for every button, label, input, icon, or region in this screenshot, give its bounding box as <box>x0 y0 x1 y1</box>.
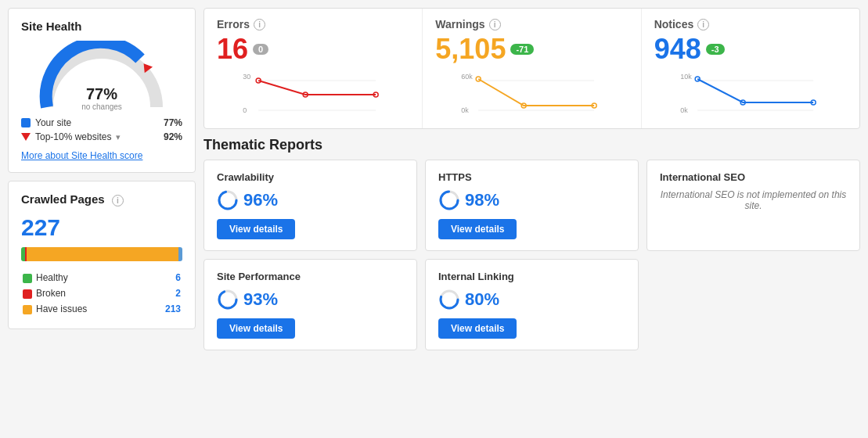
your-site-legend: Your site 77% <box>21 117 182 128</box>
svg-text:77%: 77% <box>86 85 117 102</box>
errors-value-row: 16 0 <box>217 34 409 65</box>
issues-count: 213 <box>165 303 181 314</box>
site-performance-title: Site Performance <box>217 271 404 282</box>
crawled-pages-title: Crawled Pages i <box>21 192 182 206</box>
notices-value: 948 <box>654 34 701 65</box>
svg-text:10k: 10k <box>680 73 692 81</box>
https-ring <box>438 189 460 211</box>
errors-info-icon[interactable]: i <box>254 19 265 31</box>
site-performance-ring <box>217 289 239 311</box>
broken-color <box>23 289 32 299</box>
crawlability-view-details-button[interactable]: View details <box>217 219 295 239</box>
report-intl-seo: International SEO International SEO is n… <box>646 160 860 251</box>
https-pct: 98% <box>465 190 499 210</box>
internal-linking-ring <box>438 289 460 311</box>
crawled-pages-card: Crawled Pages i 227 Healthy 6 Broken 2 <box>8 181 196 329</box>
internal-linking-pct-row: 80% <box>438 289 625 311</box>
healthy-color <box>23 274 32 283</box>
left-column: Site Health 77% no changes <box>8 8 196 350</box>
warnings-badge: -71 <box>510 44 534 55</box>
healthy-count: 6 <box>175 272 181 283</box>
top-sites-icon <box>21 133 31 141</box>
broken-count: 2 <box>175 288 181 299</box>
crawled-pages-info-icon[interactable]: i <box>112 195 124 206</box>
legend-issues: Have issues 213 <box>23 302 181 316</box>
crawled-legend-table: Healthy 6 Broken 2 Have issues 213 <box>21 269 182 318</box>
https-title: HTTPS <box>438 171 625 183</box>
internal-linking-pct: 80% <box>465 289 499 310</box>
reports-grid: Crawlability 96% View details HTTPS <box>203 160 860 350</box>
warnings-info-icon[interactable]: i <box>489 19 501 31</box>
errors-sparkline: 30 0 <box>217 70 409 117</box>
thematic-reports-title: Thematic Reports <box>203 137 860 153</box>
svg-text:no changes: no changes <box>81 102 122 111</box>
warnings-metric: Warnings i 5,105 -71 60k 0k <box>423 9 641 128</box>
notices-metric: Notices i 948 -3 10k 0k <box>642 9 859 128</box>
legend-healthy: Healthy 6 <box>23 271 181 285</box>
notices-label: Notices i <box>654 18 847 31</box>
more-about-health-link[interactable]: More about Site Health score <box>21 150 142 161</box>
warnings-label: Warnings i <box>435 18 628 31</box>
internal-linking-title: Internal Linking <box>438 271 625 282</box>
your-site-label: Your site <box>35 117 71 128</box>
site-health-card: Site Health 77% no changes <box>8 8 196 173</box>
broken-label: Broken <box>36 288 66 299</box>
site-performance-view-details-button[interactable]: View details <box>217 318 295 339</box>
notices-sparkline: 10k 0k <box>654 70 847 117</box>
notices-info-icon[interactable]: i <box>697 19 709 31</box>
legend-broken: Broken 2 <box>23 286 181 300</box>
dashboard: Site Health 77% no changes <box>0 0 868 358</box>
report-crawlability: Crawlability 96% View details <box>203 160 417 251</box>
top-sites-dropdown-icon[interactable]: ▾ <box>116 132 121 142</box>
https-pct-row: 98% <box>438 189 625 211</box>
right-column: Errors i 16 0 30 0 <box>196 8 860 350</box>
intl-seo-note: International SEO is not implemented on … <box>660 189 847 211</box>
svg-text:0k: 0k <box>680 106 688 114</box>
notices-value-row: 948 -3 <box>654 34 847 65</box>
warnings-sparkline: 60k 0k <box>435 70 628 117</box>
crawled-bar-stack <box>21 247 182 261</box>
crawlability-title: Crawlability <box>217 171 404 183</box>
errors-value: 16 <box>217 34 248 65</box>
errors-metric: Errors i 16 0 30 0 <box>204 9 423 128</box>
site-performance-pct: 93% <box>243 289 278 310</box>
gauge-svg: 77% no changes <box>39 41 164 111</box>
warnings-value-row: 5,105 -71 <box>435 34 628 65</box>
svg-text:30: 30 <box>243 73 250 81</box>
warnings-value: 5,105 <box>435 34 506 65</box>
site-health-title: Site Health <box>21 20 182 33</box>
crawlability-pct: 96% <box>243 190 278 210</box>
svg-text:0k: 0k <box>461 106 469 114</box>
your-site-dot <box>21 118 31 127</box>
top-sites-label: Top-10% websites <box>35 131 111 142</box>
bar-redirected <box>178 247 182 261</box>
thematic-reports-section: Thematic Reports Crawlability 96% View d… <box>203 137 860 350</box>
healthy-label: Healthy <box>36 272 68 283</box>
issues-label: Have issues <box>36 303 87 314</box>
notices-badge: -3 <box>706 44 725 55</box>
errors-badge: 0 <box>253 44 268 55</box>
top-sites-pct: 92% <box>164 131 182 142</box>
report-https: HTTPS 98% View details <box>425 160 639 251</box>
crawled-count: 227 <box>21 214 182 241</box>
metrics-row: Errors i 16 0 30 0 <box>203 8 860 129</box>
internal-linking-view-details-button[interactable]: View details <box>438 318 517 339</box>
svg-text:60k: 60k <box>461 73 473 81</box>
your-site-pct: 77% <box>164 117 182 128</box>
bar-issues <box>27 247 178 261</box>
issues-color <box>23 305 32 314</box>
crawlability-ring <box>217 189 239 211</box>
svg-text:0: 0 <box>243 106 247 114</box>
site-performance-pct-row: 93% <box>217 289 404 311</box>
errors-label: Errors i <box>217 18 409 31</box>
report-site-performance: Site Performance 93% View details <box>203 259 417 350</box>
intl-seo-title: International SEO <box>660 171 847 183</box>
crawlability-pct-row: 96% <box>217 189 404 211</box>
gauge-container: 77% no changes <box>21 41 182 111</box>
top-sites-legend: Top-10% websites ▾ 92% <box>21 131 182 142</box>
https-view-details-button[interactable]: View details <box>438 219 517 239</box>
report-internal-linking: Internal Linking 80% View details <box>425 259 639 350</box>
